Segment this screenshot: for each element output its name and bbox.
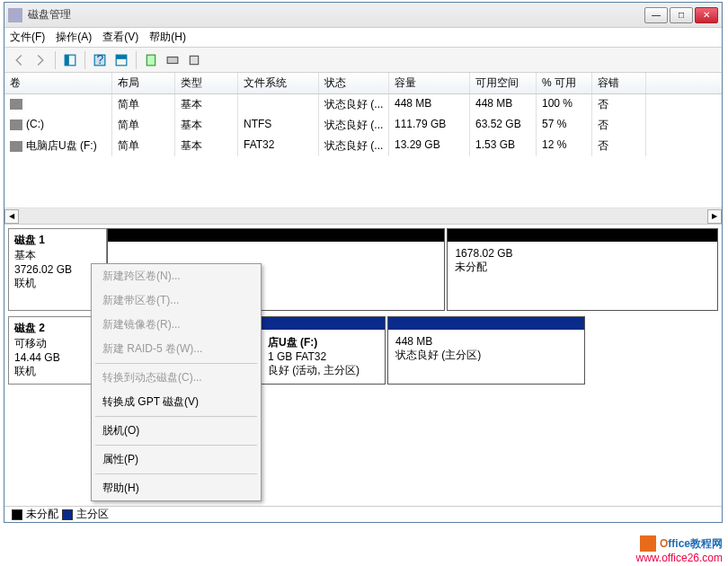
partition-title: 店U盘 (F:) bbox=[268, 335, 377, 350]
svg-rect-1 bbox=[65, 55, 69, 66]
partition-size: 448 MB bbox=[395, 335, 577, 348]
rescan-button[interactable] bbox=[164, 51, 182, 69]
disk-management-window: 磁盘管理 ― □ ✕ 文件(F) 操作(A) 查看(V) 帮助(H) ? 卷 布… bbox=[4, 2, 723, 523]
app-icon bbox=[8, 8, 22, 22]
volume-icon bbox=[10, 119, 22, 130]
disk-size: 14.44 GB bbox=[14, 351, 101, 364]
volume-list: 卷 布局 类型 文件系统 状态 容量 可用空间 % 可用 容错 简单 基本 状态… bbox=[4, 73, 722, 208]
show-hide-tree-button[interactable] bbox=[61, 51, 79, 69]
svg-text:?: ? bbox=[97, 54, 104, 66]
col-status[interactable]: 状态 bbox=[319, 73, 389, 93]
partition-448mb[interactable]: 448 MB 状态良好 (主分区) bbox=[387, 316, 585, 385]
menu-new-striped[interactable]: 新建带区卷(T)... bbox=[92, 288, 261, 313]
menu-separator bbox=[95, 473, 257, 474]
volume-row[interactable]: 简单 基本 状态良好 (... 448 MB 448 MB 100 % 否 bbox=[4, 94, 722, 115]
svg-rect-6 bbox=[146, 55, 155, 66]
titlebar[interactable]: 磁盘管理 ― □ ✕ bbox=[4, 3, 722, 28]
partition-status: 状态良好 (主分区) bbox=[395, 348, 577, 363]
legend: 未分配 主分区 bbox=[4, 506, 722, 522]
partition-detail: 1 GB FAT32 bbox=[268, 350, 377, 363]
menu-separator bbox=[95, 416, 257, 417]
menu-separator bbox=[95, 445, 257, 446]
toolbar: ? bbox=[4, 48, 722, 73]
disk-status: 联机 bbox=[14, 276, 101, 291]
disk-type: 基本 bbox=[14, 248, 101, 263]
close-button[interactable]: ✕ bbox=[695, 7, 718, 23]
help-button[interactable]: ? bbox=[91, 51, 109, 69]
col-pct[interactable]: % 可用 bbox=[537, 73, 592, 93]
volume-row[interactable]: (C:) 简单 基本 NTFS 状态良好 (... 111.79 GB 63.5… bbox=[4, 115, 722, 136]
menu-convert-gpt[interactable]: 转换成 GPT 磁盘(V) bbox=[92, 390, 261, 414]
volume-icon bbox=[10, 141, 22, 152]
col-capacity[interactable]: 容量 bbox=[389, 73, 470, 93]
partition-status: 未分配 bbox=[455, 260, 710, 275]
menu-help[interactable]: 帮助(H) bbox=[92, 476, 261, 500]
window-title: 磁盘管理 bbox=[28, 7, 644, 22]
svg-rect-5 bbox=[116, 55, 127, 59]
partition-header-blue bbox=[261, 317, 385, 330]
menu-view[interactable]: 查看(V) bbox=[102, 30, 138, 45]
logo-icon bbox=[640, 535, 656, 552]
menu-new-mirror[interactable]: 新建镜像卷(R)... bbox=[92, 313, 261, 337]
menu-action[interactable]: 操作(A) bbox=[56, 30, 92, 45]
disk-status: 联机 bbox=[14, 364, 101, 379]
menu-file[interactable]: 文件(F) bbox=[10, 30, 45, 45]
menu-help[interactable]: 帮助(H) bbox=[149, 30, 186, 45]
refresh-button[interactable] bbox=[142, 51, 160, 69]
watermark-url: www.office26.com bbox=[636, 552, 724, 564]
menubar: 文件(F) 操作(A) 查看(V) 帮助(H) bbox=[4, 28, 722, 48]
partition-header-blue bbox=[388, 317, 584, 330]
view-top-button[interactable] bbox=[112, 51, 130, 69]
menu-convert-dynamic[interactable]: 转换到动态磁盘(C)... bbox=[92, 366, 261, 390]
menu-new-raid5[interactable]: 新建 RAID-5 卷(W)... bbox=[92, 337, 261, 361]
volume-list-header[interactable]: 卷 布局 类型 文件系统 状态 容量 可用空间 % 可用 容错 bbox=[4, 73, 722, 94]
col-volume[interactable]: 卷 bbox=[4, 73, 112, 93]
col-free[interactable]: 可用空间 bbox=[470, 73, 537, 93]
volume-row[interactable]: 电脑店U盘 (F:) 简单 基本 FAT32 状态良好 (... 13.29 G… bbox=[4, 136, 722, 156]
maximize-button[interactable]: □ bbox=[670, 7, 693, 23]
menu-offline[interactable]: 脱机(O) bbox=[92, 419, 261, 443]
legend-primary-label: 主分区 bbox=[76, 507, 109, 522]
forward-button[interactable] bbox=[31, 51, 49, 69]
menu-new-spanned[interactable]: 新建跨区卷(N)... bbox=[92, 264, 261, 288]
volume-icon bbox=[10, 99, 22, 110]
partition-header-black bbox=[448, 229, 717, 242]
partition-f-drive[interactable]: 店U盘 (F:) 1 GB FAT32 良好 (活动, 主分区) bbox=[260, 316, 386, 385]
scroll-track[interactable] bbox=[19, 209, 707, 224]
scroll-right-button[interactable]: ▶ bbox=[707, 209, 722, 224]
legend-swatch-primary bbox=[62, 509, 73, 520]
legend-unallocated-label: 未分配 bbox=[26, 507, 58, 522]
col-filesystem[interactable]: 文件系统 bbox=[238, 73, 319, 93]
col-layout[interactable]: 布局 bbox=[112, 73, 175, 93]
legend-swatch-unallocated bbox=[12, 509, 22, 520]
partition-header-black bbox=[108, 229, 444, 242]
col-type[interactable]: 类型 bbox=[175, 73, 238, 93]
disk-type: 可移动 bbox=[14, 336, 101, 351]
context-menu: 新建跨区卷(N)... 新建带区卷(T)... 新建镜像卷(R)... 新建 R… bbox=[91, 263, 262, 501]
svg-rect-8 bbox=[190, 56, 198, 64]
col-fault[interactable]: 容错 bbox=[592, 73, 646, 93]
disk-title: 磁盘 2 bbox=[14, 321, 101, 336]
partition-status: 良好 (活动, 主分区) bbox=[268, 363, 377, 378]
svg-rect-7 bbox=[167, 57, 178, 63]
menu-properties[interactable]: 属性(P) bbox=[92, 447, 261, 472]
horizontal-scrollbar[interactable]: ◀ ▶ bbox=[4, 208, 722, 224]
minimize-button[interactable]: ― bbox=[644, 7, 668, 23]
partition-size: 1678.02 GB bbox=[455, 247, 710, 260]
menu-separator bbox=[95, 363, 257, 364]
scroll-left-button[interactable]: ◀ bbox=[4, 209, 19, 224]
watermark: Office教程网 www.office26.com bbox=[636, 535, 724, 564]
back-button[interactable] bbox=[10, 51, 28, 69]
disk-size: 3726.02 GB bbox=[14, 263, 101, 276]
partition-unallocated[interactable]: 1678.02 GB 未分配 bbox=[447, 228, 718, 311]
disk-title: 磁盘 1 bbox=[14, 233, 101, 248]
settings-button[interactable] bbox=[185, 51, 203, 69]
